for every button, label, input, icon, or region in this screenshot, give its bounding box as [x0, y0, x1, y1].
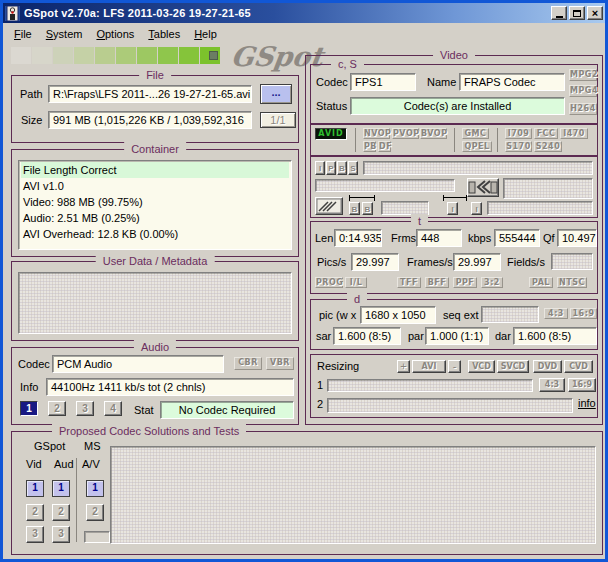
container-listbox[interactable]: File Length Correct AVI v1.0 Video: 988 … — [18, 160, 292, 250]
flags-divider — [355, 128, 356, 152]
maximize-button[interactable] — [569, 6, 585, 20]
progress-segment — [137, 47, 157, 64]
audio-status-field: No Codec Required — [160, 401, 294, 419]
gmc-flag: GMC — [462, 128, 489, 139]
resize-row1-bar — [327, 379, 533, 392]
audio-info-label: Info — [20, 379, 38, 395]
gspot-aud-3-button: 3 — [52, 526, 70, 543]
vid-col-label: Vid — [26, 456, 42, 472]
browse-button[interactable]: ... — [260, 84, 292, 104]
pic-field[interactable]: 1680 x 1050 — [360, 306, 436, 324]
proposed-caption: Proposed Codec Solutions and Tests — [52, 424, 246, 438]
menu-tables[interactable]: Tables — [141, 26, 187, 42]
resize-169-button[interactable]: 16:9 — [568, 378, 596, 392]
video-status-label: Status — [316, 98, 347, 114]
progress-marker-icon — [209, 51, 218, 60]
video-name-field[interactable]: FRAPS Codec — [459, 73, 565, 91]
flags-divider — [454, 128, 455, 152]
container-line-overhead: AVI Overhead: 12.8 KB (0.00%) — [21, 226, 289, 242]
resize-minus-button: - — [448, 360, 461, 373]
pvop-flag: PVOP — [392, 128, 419, 139]
file-group: File Path R:\Fraps\LFS 2011-...26 19-27-… — [11, 75, 299, 143]
flags-subgroup: AVID NVOP PVOP BVOP GMC I709 FCC I470 PB… — [310, 124, 598, 156]
info-link[interactable]: info — [578, 397, 596, 409]
video-codec-field[interactable]: FPS1 — [350, 73, 416, 91]
progress-segment — [179, 47, 199, 64]
container-line-status: File Length Correct — [21, 162, 289, 178]
ms-av-1-button[interactable]: 1 — [86, 480, 104, 497]
b-span-marker-icon — [349, 195, 375, 201]
minimize-button[interactable] — [551, 6, 567, 20]
i-frame-button-2: I — [471, 202, 482, 215]
d-caption: d — [347, 292, 367, 306]
dar-field[interactable]: 1.600 (8:5) — [513, 327, 597, 345]
seq-ext-field — [481, 306, 539, 323]
video-name-label: Name — [427, 74, 456, 90]
app-icon — [5, 6, 20, 21]
codec-status-subgroup: c, S Codec FPS1 Name FRAPS Codec Status … — [310, 64, 598, 124]
gspot-aud-1-button[interactable]: 1 — [52, 480, 70, 497]
audio-codec-field[interactable]: PCM Audio — [52, 355, 224, 373]
i-span-marker-icon — [443, 195, 467, 201]
cs-caption: c, S — [331, 57, 364, 71]
menu-help[interactable]: Help — [187, 26, 224, 42]
interlace-icon — [467, 178, 499, 197]
len-field[interactable]: 0:14.935 — [334, 229, 382, 247]
picture-icon — [315, 197, 343, 215]
audio-stream-4-button: 4 — [104, 401, 122, 416]
i-frame-info-bar — [487, 201, 593, 215]
kbps-field[interactable]: 555444 — [494, 229, 540, 247]
bvop-flag: BVOP — [420, 128, 447, 139]
resize-43-button[interactable]: 4:3 — [539, 378, 565, 392]
menu-system[interactable]: System — [39, 26, 90, 42]
ntsc-flag: NTSC — [557, 277, 587, 288]
path-field[interactable]: R:\Fraps\LFS 2011-...26 19-27-21-65.avi — [48, 85, 252, 103]
interlace-info-box — [503, 178, 593, 199]
qf-field[interactable]: 10.497 — [557, 229, 597, 247]
page-button: 1/1 — [260, 112, 296, 128]
user-data-caption: User Data / Metadata — [96, 254, 215, 268]
frames-field[interactable]: 29.997 — [453, 253, 501, 271]
minimize-icon — [556, 16, 563, 18]
gspot-window: GSpot v2.70a: LFS 2011-03-26 19-27-21-65… — [0, 0, 608, 562]
ms-av-status-box — [84, 531, 110, 543]
audio-codec-label: Codec — [18, 356, 50, 372]
pulldown-flag: 3:2 — [481, 277, 503, 288]
size-field[interactable]: 991 MB (1,015,226 KB / 1,039,592,316 — [48, 111, 252, 129]
gspot-vid-1-button[interactable]: 1 — [26, 480, 44, 497]
close-button[interactable]: × — [587, 6, 603, 20]
tff-flag: TFF — [397, 277, 421, 288]
gspot-aud-2-button: 2 — [52, 504, 70, 521]
avid-indicator: AVID — [315, 128, 347, 140]
ms-av-2-button: 2 — [86, 504, 104, 521]
video-group-caption: Video — [433, 48, 475, 62]
menu-options[interactable]: Options — [89, 26, 141, 42]
d-43-flag: 4:3 — [544, 308, 568, 319]
par-field[interactable]: 1.000 (1:1) — [425, 327, 489, 345]
frms-field[interactable]: 448 — [416, 229, 462, 247]
i709-flag: I709 — [505, 128, 532, 139]
progress-bar — [11, 47, 221, 64]
audio-stream-1-button[interactable]: 1 — [20, 401, 38, 416]
resize-row1-label: 1 — [317, 377, 323, 393]
size-label: Size — [21, 112, 42, 128]
ms-col-label: MS — [84, 438, 101, 454]
menu-file[interactable]: File — [7, 26, 39, 42]
frame-type-bar — [363, 161, 593, 175]
frame-info-bar — [315, 179, 455, 192]
proposed-group: Proposed Codec Solutions and Tests GSpot… — [11, 431, 603, 555]
audio-group-caption: Audio — [134, 340, 176, 354]
s170-flag: S170 — [505, 141, 532, 152]
mpg2-button: MPG2 — [569, 69, 597, 81]
seq-ext-label: seq ext — [443, 307, 478, 323]
audio-info-field[interactable]: 44100Hz 1411 kb/s tot (2 chnls) — [46, 378, 294, 396]
pics-label: Pics/s — [317, 254, 346, 270]
df-flag: DF — [378, 141, 391, 152]
svcd-button: SVCD — [497, 360, 529, 373]
ipbs-s-button: S — [348, 161, 358, 175]
sar-field[interactable]: 1.600 (8:5) — [333, 327, 401, 345]
window-title: GSpot v2.70a: LFS 2011-03-26 19-27-21-65 — [24, 7, 549, 19]
progress-segment — [200, 47, 220, 64]
pics-field[interactable]: 29.997 — [351, 253, 399, 271]
close-icon: × — [592, 8, 598, 18]
